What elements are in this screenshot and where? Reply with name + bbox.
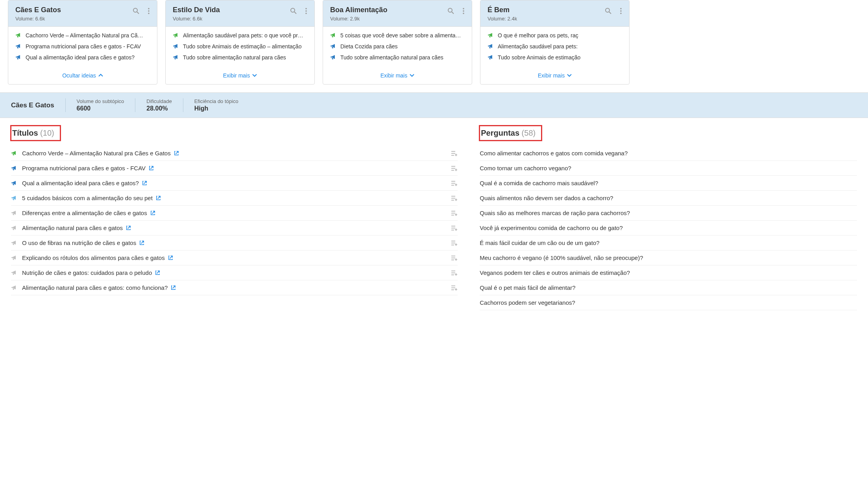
external-link-icon[interactable] — [142, 180, 147, 186]
metric-value: High — [194, 105, 238, 112]
card-item[interactable]: O que é melhor para os pets, raç — [488, 32, 622, 39]
show-more-link[interactable]: Exibir mais — [223, 72, 257, 79]
metric-label: Eficiência do tópico — [194, 98, 238, 104]
card-item[interactable]: Cachorro Verde – Alimentação Natural pra… — [15, 32, 150, 39]
title-text[interactable]: Qual a alimentação ideal para cães e gat… — [22, 180, 447, 186]
questions-heading-highlight: Perguntas (58) — [479, 125, 542, 141]
card-volume: Volume: 6.6k — [173, 16, 307, 22]
external-link-icon[interactable] — [171, 285, 176, 290]
external-link-icon[interactable] — [139, 240, 144, 245]
card-item[interactable]: Programa nutricional para cães e gatos -… — [15, 43, 150, 50]
topic-card: Estilo De Vida Volume: 6.6k Alimentação … — [165, 0, 315, 85]
question-row[interactable]: Cachorros podem ser vegetarianos? — [480, 295, 857, 310]
metric-value: 28.00% — [146, 105, 172, 112]
megaphone-icon — [15, 33, 22, 38]
titles-count: (10) — [40, 129, 54, 137]
question-row[interactable]: Qual é a comida de cachorro mais saudáve… — [480, 176, 857, 191]
show-more-link[interactable]: Exibir mais — [538, 72, 572, 79]
add-to-list-icon[interactable] — [451, 166, 458, 171]
more-options-icon[interactable] — [145, 7, 152, 15]
card-item-text: Programa nutricional para cães e gatos -… — [26, 43, 141, 50]
card-item[interactable]: Dieta Cozida para cães — [330, 43, 465, 50]
questions-label: Perguntas — [481, 129, 519, 137]
add-to-list-icon[interactable] — [451, 225, 458, 231]
title-row: Cachorro Verde – Alimentação Natural pra… — [11, 146, 458, 161]
question-row[interactable]: Qual é o pet mais fácil de alimentar? — [480, 280, 857, 295]
search-icon[interactable] — [133, 7, 140, 15]
chevron-down-icon — [252, 73, 257, 78]
more-options-icon[interactable] — [460, 7, 467, 15]
question-row[interactable]: Você já experimentou comida de cachorro … — [480, 221, 857, 236]
megaphone-icon — [488, 44, 494, 49]
megaphone-icon — [11, 210, 17, 216]
add-to-list-icon[interactable] — [451, 195, 458, 201]
card-item[interactable]: Qual a alimentação ideal para cães e gat… — [15, 54, 150, 61]
search-icon[interactable] — [447, 7, 454, 15]
question-row[interactable]: Como tornar um cachorro vegano? — [480, 161, 857, 176]
title-text[interactable]: Cachorro Verde – Alimentação Natural pra… — [22, 150, 447, 157]
card-item[interactable]: Tudo sobre alimentação natural para cães — [330, 54, 465, 61]
search-icon[interactable] — [290, 7, 297, 15]
question-row[interactable]: Quais são as melhores marcas de ração pa… — [480, 206, 857, 221]
card-item[interactable]: 5 coisas que você deve saber sobre a ali… — [330, 32, 465, 39]
megaphone-icon — [15, 44, 22, 49]
megaphone-icon — [173, 55, 179, 60]
title-row: Programa nutricional para cães e gatos -… — [11, 161, 458, 176]
add-to-list-icon[interactable] — [451, 285, 458, 291]
card-volume: Volume: 2.9k — [330, 16, 465, 22]
question-row[interactable]: Quais alimentos não devem ser dados a ca… — [480, 191, 857, 206]
title-text[interactable]: Alimentação natural para cães e gatos: c… — [22, 284, 447, 291]
card-volume: Volume: 2.4k — [488, 16, 622, 22]
more-options-icon[interactable] — [617, 7, 624, 15]
title-text[interactable]: Explicando os rótulos dos alimentos para… — [22, 254, 447, 261]
more-options-icon[interactable] — [303, 7, 310, 15]
external-link-icon[interactable] — [174, 151, 179, 156]
add-to-list-icon[interactable] — [451, 180, 458, 186]
title-row: O uso de fibras na nutrição de cães e ga… — [11, 236, 458, 250]
question-row[interactable]: Veganos podem ter cães e outros animais … — [480, 265, 857, 280]
megaphone-icon — [488, 33, 494, 38]
card-item[interactable]: Tudo sobre Animais de estimação – alimen… — [173, 43, 307, 50]
external-link-icon[interactable] — [155, 270, 160, 275]
question-row[interactable]: É mais fácil cuidar de um cão ou de um g… — [480, 236, 857, 250]
card-item-text: O que é melhor para os pets, raç — [498, 32, 578, 39]
hide-ideas-link[interactable]: Ocultar ideias — [62, 72, 103, 79]
megaphone-icon — [11, 255, 17, 261]
external-link-icon[interactable] — [156, 195, 161, 201]
add-to-list-icon[interactable] — [451, 210, 458, 216]
card-volume: Volume: 6.6k — [15, 16, 150, 22]
title-text[interactable]: Alimentação natural para cães e gatos — [22, 225, 447, 231]
card-item-text: Cachorro Verde – Alimentação Natural pra… — [26, 32, 143, 39]
question-row[interactable]: Meu cachorro é vegano (é 100% saudável, … — [480, 250, 857, 265]
external-link-icon[interactable] — [150, 210, 155, 215]
card-item[interactable]: Tudo sobre alimentação natural para cães — [173, 54, 307, 61]
card-item-text: 5 coisas que você deve saber sobre a ali… — [340, 32, 461, 39]
add-to-list-icon[interactable] — [451, 270, 458, 276]
add-to-list-icon[interactable] — [451, 240, 458, 246]
show-more-link[interactable]: Exibir mais — [380, 72, 414, 79]
chevron-down-icon — [567, 73, 572, 78]
external-link-icon[interactable] — [149, 166, 154, 171]
card-item[interactable]: Tudo sobre Animais de estimação — [488, 54, 622, 61]
card-body: 5 coisas que você deve saber sobre a ali… — [323, 27, 472, 68]
title-text[interactable]: 5 cuidados básicos com a alimentação do … — [22, 195, 447, 201]
card-header: Estilo De Vida Volume: 6.6k — [166, 0, 314, 27]
external-link-icon[interactable] — [126, 225, 131, 230]
external-link-icon[interactable] — [168, 255, 173, 260]
add-to-list-icon[interactable] — [451, 255, 458, 261]
title-text[interactable]: Programa nutricional para cães e gatos -… — [22, 165, 447, 171]
card-item-text: Qual a alimentação ideal para cães e gat… — [26, 54, 135, 61]
megaphone-icon — [15, 55, 22, 60]
card-item-text: Tudo sobre alimentação natural para cães — [340, 54, 443, 61]
question-row[interactable]: Como alimentar cachorros e gatos com com… — [480, 146, 857, 161]
title-text[interactable]: Nutrição de cães e gatos: cuidados para … — [22, 269, 447, 276]
title-text[interactable]: Diferenças entre a alimentação de cães e… — [22, 210, 447, 216]
title-text[interactable]: O uso de fibras na nutrição de cães e ga… — [22, 239, 447, 246]
megaphone-icon — [330, 44, 336, 49]
metric-difficulty: Dificuldade 28.00% — [135, 98, 183, 112]
card-item[interactable]: Alimentação saudável para pets: o que vo… — [173, 32, 307, 39]
search-icon[interactable] — [605, 7, 612, 15]
add-to-list-icon[interactable] — [451, 151, 458, 156]
card-item[interactable]: Alimentação saudável para pets: — [488, 43, 622, 50]
topic-card: Boa Alimentação Volume: 2.9k 5 coisas qu… — [323, 0, 472, 85]
